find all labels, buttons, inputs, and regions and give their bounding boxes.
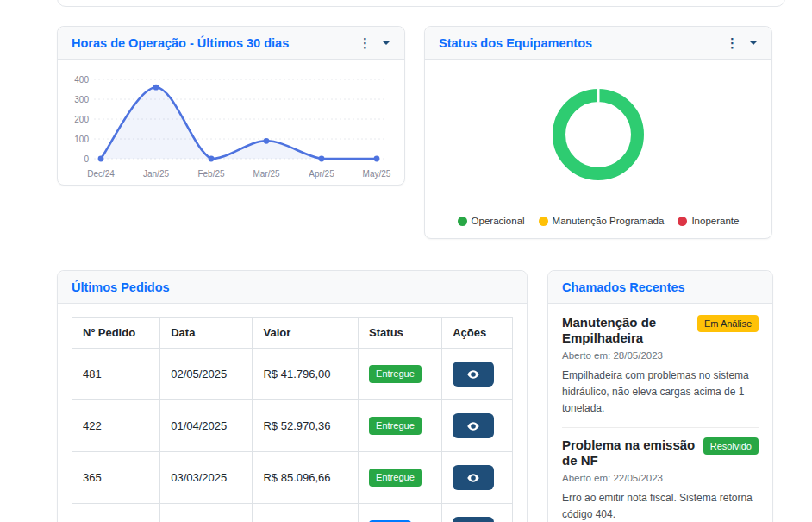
hours-card-title: Horas de Operação - Últimos 30 dias: [72, 36, 289, 50]
status-badge: Entregue: [369, 365, 422, 382]
order-date: 03/02/2025: [160, 504, 253, 522]
tickets-card: Chamados Recentes Manutenção de Empilhad…: [547, 270, 773, 522]
ticket-description: Erro ao emitir nota fiscal. Sistema reto…: [562, 490, 759, 522]
ticket-title: Problema na emissão de NF: [562, 437, 700, 469]
donut-ring: [553, 89, 644, 180]
table-row: 365 03/03/2025 R$ 85.096,66 Entregue: [72, 452, 513, 504]
order-id: 422: [72, 400, 160, 452]
chevron-down-icon[interactable]: [749, 41, 758, 45]
hours-card-header: Horas de Operação - Últimos 30 dias ⋮: [58, 27, 404, 60]
status-badge: Entregue: [369, 417, 422, 434]
donut-legend: Operacional Manutenção Programada Inoper…: [425, 216, 771, 226]
equipment-status-card: Status dos Equipamentos ⋮ Operacional Ma…: [424, 26, 772, 239]
green-dot-icon: [458, 217, 467, 226]
tickets-card-title: Chamados Recentes: [562, 280, 685, 294]
order-id: 365: [72, 452, 160, 504]
donut-segment-gap: [597, 89, 600, 102]
orders-table: Nº Pedido Data Valor Status Ações 481 02…: [72, 317, 513, 522]
svg-text:Mar/25: Mar/25: [253, 169, 280, 179]
orders-card-header: Últimos Pedidos: [58, 271, 527, 304]
ticket-description: Empilhadeira com problemas no sistema hi…: [562, 368, 759, 418]
hours-chart-area: 0100200300400Dec/24Jan/25Feb/25Mar/25Apr…: [58, 60, 404, 188]
svg-text:May/25: May/25: [363, 169, 391, 179]
column-header-status: Status: [359, 318, 442, 349]
orders-card-title: Últimos Pedidos: [72, 280, 170, 294]
status-card-title: Status dos Equipamentos: [439, 36, 592, 50]
eye-icon: [466, 419, 480, 433]
ticket-opened-date: Aberto em: 22/05/2023: [562, 473, 759, 483]
ticket-status-badge: Em Análise: [697, 315, 759, 332]
equipment-donut-chart: [553, 89, 644, 180]
order-date: 03/03/2025: [160, 452, 253, 504]
view-order-button[interactable]: [453, 465, 494, 490]
ticket-item: Manutenção de Empilhadeira Em Análise Ab…: [562, 315, 759, 418]
table-row: 422 01/04/2025 R$ 52.970,36 Entregue: [72, 400, 513, 452]
order-value: R$ 52.970,36: [253, 400, 359, 452]
legend-item-scheduled-maintenance[interactable]: Manutenção Programada: [539, 216, 665, 226]
orders-card: Últimos Pedidos Nº Pedido Data Valor Sta…: [57, 270, 528, 522]
order-date: 01/04/2025: [160, 400, 253, 452]
tickets-card-header: Chamados Recentes: [548, 271, 772, 304]
ticket-item: Problema na emissão de NF Resolvido Aber…: [562, 437, 759, 522]
ticket-opened-date: Aberto em: 28/05/2023: [562, 350, 759, 361]
chevron-down-icon[interactable]: [382, 41, 390, 45]
order-id: 481: [72, 349, 160, 400]
previous-card-bottom-edge: [57, 0, 785, 7]
order-value: R$ 27.000,00: [253, 504, 359, 522]
view-order-button[interactable]: [453, 413, 494, 438]
column-header-actions: Ações: [442, 318, 513, 349]
yellow-dot-icon: [539, 217, 548, 226]
kebab-menu-icon[interactable]: ⋮: [726, 36, 739, 49]
table-row: 481 02/05/2025 R$ 41.796,00 Entregue: [72, 349, 513, 400]
order-value: R$ 41.796,00: [253, 349, 359, 400]
svg-text:Jan/25: Jan/25: [143, 169, 169, 179]
order-id: 302: [72, 504, 160, 522]
table-row: 302 03/02/2025 R$ 27.000,00 Aberto: [72, 504, 513, 522]
order-date: 02/05/2025: [160, 349, 253, 400]
hours-card: Horas de Operação - Últimos 30 dias ⋮ 01…: [57, 26, 405, 186]
eye-icon: [466, 471, 480, 485]
status-badge: Entregue: [369, 469, 422, 486]
ticket-status-badge: Resolvido: [703, 437, 759, 455]
legend-item-operational[interactable]: Operacional: [458, 216, 525, 226]
svg-text:200: 200: [74, 115, 89, 124]
status-card-header: Status dos Equipamentos ⋮: [425, 27, 771, 60]
svg-text:0: 0: [84, 154, 89, 164]
column-header-value: Valor: [253, 318, 359, 349]
view-order-button[interactable]: [453, 362, 494, 387]
kebab-menu-icon[interactable]: ⋮: [359, 36, 372, 49]
svg-text:Dec/24: Dec/24: [87, 169, 115, 179]
column-header-date: Data: [160, 318, 253, 349]
svg-text:Apr/25: Apr/25: [309, 169, 334, 179]
eye-icon: [466, 368, 480, 381]
legend-item-inoperative[interactable]: Inoperante: [678, 216, 739, 226]
red-dot-icon: [678, 217, 687, 226]
hours-line-chart: 0100200300400Dec/24Jan/25Feb/25Mar/25Apr…: [68, 67, 392, 181]
column-header-order-number: Nº Pedido: [72, 318, 160, 349]
view-order-button[interactable]: [453, 517, 494, 522]
ticket-title: Manutenção de Empilhadeira: [562, 315, 694, 346]
svg-text:400: 400: [74, 75, 89, 85]
svg-text:Feb/25: Feb/25: [197, 169, 225, 179]
orders-table-header-row: Nº Pedido Data Valor Status Ações: [72, 318, 513, 349]
svg-text:300: 300: [74, 95, 89, 104]
divider: [562, 427, 759, 428]
svg-text:100: 100: [74, 135, 89, 144]
order-value: R$ 85.096,66: [253, 452, 359, 504]
